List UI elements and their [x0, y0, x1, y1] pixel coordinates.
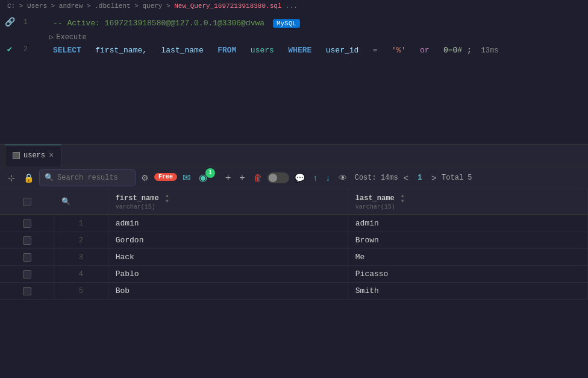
search-input[interactable]	[57, 174, 130, 182]
mail-button[interactable]: ✉	[180, 169, 193, 186]
row-checkbox-cell[interactable]	[0, 215, 54, 232]
row-number: 2	[54, 232, 108, 249]
line-gutter-2: ✔ 2	[0, 44, 48, 54]
header-row-num: 🔍	[54, 189, 108, 215]
add-icon-1: +	[225, 172, 231, 183]
cell-last-name[interactable]: Smith	[348, 283, 587, 300]
breadcrumb-suffix: ...	[286, 2, 298, 10]
table-row: 4 Pablo Picasso	[0, 266, 588, 283]
row-number: 3	[54, 249, 108, 266]
line-content-1: -- Active: 1697213918580@@127.0.0.1@3306…	[48, 17, 588, 30]
delete-icon: 🗑	[254, 173, 262, 183]
cell-last-name[interactable]: Me	[348, 249, 587, 266]
cell-first-name[interactable]: Hack	[108, 249, 348, 266]
sql-zero: 0=0#	[443, 46, 462, 55]
cell-last-name[interactable]: admin	[348, 215, 587, 232]
lock-icon: 🔒	[23, 173, 34, 183]
row-checkbox-cell[interactable]	[0, 266, 54, 283]
sql-col1: first_name,	[95, 46, 147, 55]
table-row: 5 Bob Smith	[0, 283, 588, 300]
search-header-icon: 🔍	[61, 198, 70, 206]
cost-label: Cost: 14ms	[355, 174, 398, 182]
tab-grid-icon	[13, 152, 20, 159]
tab-bar: users ×	[0, 145, 588, 166]
toolbar: ⊹ 🔒 🔍 ⚙ Free ✉ ◉ 1 + +	[0, 166, 588, 189]
free-badge: Free	[154, 173, 177, 181]
sql-select: SELECT	[53, 46, 81, 55]
play-icon: ▷	[49, 33, 54, 42]
header-last-name[interactable]: last_name ▲▼ varchar(15)	[348, 189, 587, 215]
mail-group: ✉	[180, 169, 193, 186]
settings-button[interactable]: ⚙	[138, 171, 152, 185]
next-icon: >	[431, 173, 436, 183]
tab-label: users	[23, 151, 45, 160]
cell-first-name[interactable]: Bob	[108, 283, 348, 300]
line-gutter-1: 🔗 1	[0, 17, 48, 27]
toggle-switch[interactable]	[267, 172, 289, 183]
tab-users[interactable]: users ×	[5, 145, 61, 166]
code-lines: 🔗 1 -- Active: 1697213918580@@127.0.0.1@…	[0, 12, 588, 62]
link-icon: 🔗	[5, 17, 14, 27]
cell-first-name[interactable]: admin	[108, 215, 348, 232]
lock-button[interactable]: 🔒	[20, 171, 37, 185]
sql-timing: 13ms	[481, 46, 499, 55]
table-body: 1 admin admin 2 Gordon Brown 3 Hack Me 4…	[0, 215, 588, 300]
mysql-badge: MySQL	[273, 19, 300, 28]
code-line-1: 🔗 1 -- Active: 1697213918580@@127.0.0.1@…	[0, 16, 588, 31]
line-number-2: 2	[18, 45, 28, 54]
add-col-button[interactable]: +	[236, 170, 248, 186]
header-checkbox-cell	[0, 189, 54, 215]
sql-semi: ;	[467, 46, 472, 55]
bottom-panel: users × ⊹ 🔒 🔍 ⚙ Free ✉ ◉ 1	[0, 145, 588, 378]
row-number: 5	[54, 283, 108, 300]
breadcrumb-path: C: > Users > andrew > .dbclient > query …	[7, 2, 174, 10]
next-page-button[interactable]: >	[428, 171, 439, 185]
eye-button[interactable]: 👁	[336, 171, 350, 185]
editor-area: C: > Users > andrew > .dbclient > query …	[0, 0, 588, 145]
prev-page-button[interactable]: <	[401, 171, 411, 185]
line-content-2: SELECT first_name, last_name FROM users …	[48, 44, 588, 57]
sql-str: '%'	[392, 46, 405, 55]
sql-col3: user_id	[326, 46, 359, 55]
row-checkbox-cell[interactable]	[0, 283, 54, 300]
down-button[interactable]: ↓	[323, 171, 333, 185]
col-first-name-type: varchar(15)	[116, 204, 340, 210]
line-number-1: 1	[18, 18, 28, 27]
col-last-name-type: varchar(15)	[355, 204, 580, 210]
notification-badge: 1	[205, 168, 215, 178]
add-row-button[interactable]: +	[222, 170, 234, 186]
prev-icon: <	[404, 173, 408, 183]
search-box[interactable]: 🔍	[39, 169, 136, 186]
add-icon-2: +	[239, 172, 245, 183]
comment-button[interactable]: 💬	[292, 171, 308, 185]
comment-text: -- Active: 1697213918580@@127.0.0.1@3306…	[53, 19, 264, 28]
code-line-2: ✔ 2 SELECT first_name, last_name FROM us…	[0, 43, 588, 58]
row-number: 1	[54, 215, 108, 232]
down-icon: ↓	[326, 173, 330, 183]
sql-col2: last_name	[161, 46, 204, 55]
cell-first-name[interactable]: Gordon	[108, 232, 348, 249]
settings-icon: ⚙	[141, 173, 149, 183]
tab-close-icon[interactable]: ×	[49, 151, 54, 160]
move-icon: ⊹	[8, 173, 15, 183]
cell-last-name[interactable]: Picasso	[348, 266, 587, 283]
sql-table: users	[251, 46, 274, 55]
delete-button[interactable]: 🗑	[251, 171, 265, 185]
sort-arrows-last: ▲▼	[401, 193, 404, 204]
up-button[interactable]: ↑	[310, 171, 321, 185]
table-row: 3 Hack Me	[0, 249, 588, 266]
pagination: < 1 > Total 5	[401, 171, 472, 185]
cell-first-name[interactable]: Pablo	[108, 266, 348, 283]
execute-label: Execute	[56, 33, 86, 42]
page-number: 1	[414, 174, 426, 182]
header-first-name[interactable]: first_name ▲▼ varchar(15)	[108, 189, 348, 215]
results-table: 🔍 first_name ▲▼ varchar(15) last_name ▲▼…	[0, 189, 588, 300]
row-checkbox-cell[interactable]	[0, 249, 54, 266]
up-icon: ↑	[313, 173, 317, 183]
execute-line[interactable]: ▷ Execute	[0, 31, 588, 43]
move-button[interactable]: ⊹	[5, 171, 18, 185]
table-row: 2 Gordon Brown	[0, 232, 588, 249]
cell-last-name[interactable]: Brown	[348, 232, 587, 249]
grid-container: 🔍 first_name ▲▼ varchar(15) last_name ▲▼…	[0, 189, 588, 378]
row-checkbox-cell[interactable]	[0, 232, 54, 249]
